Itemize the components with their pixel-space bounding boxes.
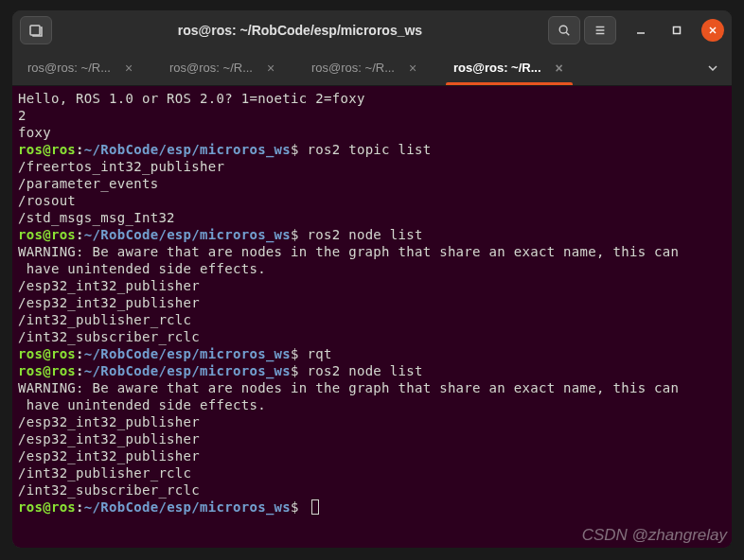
terminal-content[interactable]: Hello, ROS 1.0 or ROS 2.0? 1=noetic 2=fo…: [12, 86, 732, 548]
terminal-line: /esp32_int32_publisher: [18, 413, 726, 430]
prompt-colon: :: [76, 363, 84, 378]
prompt-symbol: $: [291, 142, 299, 157]
terminal-line: /freertos_int32_publisher: [18, 158, 726, 175]
prompt-symbol: $: [291, 346, 299, 361]
terminal-line: /parameter_events: [18, 175, 726, 192]
terminal-line: 2: [18, 107, 726, 124]
terminal-line: /rosout: [18, 192, 726, 209]
tab-dropdown-button[interactable]: [694, 50, 732, 85]
prompt-path: ~/RobCode/esp/microros_ws: [84, 499, 291, 515]
prompt-symbol: $: [291, 363, 299, 378]
command-text: ros2 node list: [299, 227, 423, 242]
terminal-line: /int32_subscriber_rclc: [18, 328, 726, 345]
terminal-line: WARNING: Be aware that are nodes in the …: [18, 243, 726, 260]
output-text: have unintended side effects.: [18, 397, 266, 412]
terminal-line: have unintended side effects.: [18, 260, 726, 277]
prompt-path: ~/RobCode/esp/microros_ws: [84, 346, 291, 361]
command-text: rqt: [299, 346, 332, 361]
terminal-line: ros@ros:~/RobCode/esp/microros_ws$ ros2 …: [18, 141, 726, 158]
terminal-line: ros@ros:~/RobCode/esp/microros_ws$: [18, 499, 726, 516]
prompt-path: ~/RobCode/esp/microros_ws: [84, 363, 291, 378]
output-text: Hello, ROS 1.0 or ROS 2.0? 1=noetic 2=fo…: [18, 91, 365, 106]
tab-bar: ros@ros: ~/R...×ros@ros: ~/R...×ros@ros:…: [12, 50, 732, 86]
terminal-line: ros@ros:~/RobCode/esp/microros_ws$ ros2 …: [18, 226, 726, 243]
terminal-line: WARNING: Be aware that are nodes in the …: [18, 379, 726, 396]
terminal-line: /esp32_int32_publisher: [18, 430, 726, 447]
prompt-symbol: $: [291, 227, 299, 242]
output-text: WARNING: Be aware that are nodes in the …: [18, 244, 679, 259]
titlebar: ros@ros: ~/RobCode/esp/microros_ws: [12, 10, 732, 50]
maximize-button[interactable]: [665, 19, 688, 42]
tab-2[interactable]: ros@ros: ~/R...×: [296, 50, 438, 85]
terminal-line: foxy: [18, 124, 726, 141]
prompt-user: ros@ros: [18, 142, 76, 157]
output-text: /int32_publisher_rclc: [18, 312, 191, 327]
terminal-line: ros@ros:~/RobCode/esp/microros_ws$ rqt: [18, 345, 726, 362]
close-button[interactable]: [701, 19, 724, 42]
output-text: /int32_subscriber_rclc: [18, 329, 200, 344]
tab-close-icon[interactable]: ×: [404, 60, 421, 77]
output-text: /esp32_int32_publisher: [18, 278, 200, 293]
tab-0[interactable]: ros@ros: ~/R...×: [12, 50, 154, 85]
output-text: 2: [18, 108, 27, 123]
command-text: [299, 499, 308, 515]
prompt-user: ros@ros: [18, 346, 76, 361]
window-title: ros@ros: ~/RobCode/esp/microros_ws: [56, 23, 544, 38]
output-text: WARNING: Be aware that are nodes in the …: [18, 380, 679, 395]
terminal-line: /int32_subscriber_rclc: [18, 481, 726, 499]
terminal-line: /esp32_int32_publisher: [18, 447, 726, 464]
prompt-user: ros@ros: [18, 499, 76, 515]
terminal-line: ros@ros:~/RobCode/esp/microros_ws$ ros2 …: [18, 362, 726, 379]
hamburger-menu-button[interactable]: [584, 16, 616, 44]
svg-point-1: [559, 26, 567, 33]
output-text: /esp32_int32_publisher: [18, 431, 200, 446]
prompt-colon: :: [76, 227, 84, 242]
prompt-symbol: $: [291, 499, 299, 515]
output-text: /esp32_int32_publisher: [18, 295, 200, 310]
scrollbar[interactable]: [722, 86, 732, 548]
output-text: /parameter_events: [18, 176, 158, 191]
terminal-window: ros@ros: ~/RobCode/esp/microros_ws: [11, 9, 733, 549]
prompt-user: ros@ros: [18, 363, 76, 378]
tab-1[interactable]: ros@ros: ~/R...×: [154, 50, 296, 85]
command-text: ros2 node list: [299, 363, 423, 378]
window-controls: [629, 19, 724, 42]
tab-close-icon[interactable]: ×: [262, 60, 279, 77]
output-text: /esp32_int32_publisher: [18, 448, 200, 464]
minimize-button[interactable]: [629, 19, 652, 42]
command-text: ros2 topic list: [299, 142, 432, 157]
search-button[interactable]: [548, 16, 580, 44]
prompt-colon: :: [76, 499, 84, 515]
tab-label: ros@ros: ~/R...: [453, 61, 541, 75]
prompt-user: ros@ros: [18, 227, 76, 242]
output-text: /std_msgs_msg_Int32: [18, 210, 175, 225]
output-text: /esp32_int32_publisher: [18, 414, 200, 429]
terminal-line: /std_msgs_msg_Int32: [18, 209, 726, 226]
tab-3[interactable]: ros@ros: ~/R...×: [438, 50, 580, 85]
tab-label: ros@ros: ~/R...: [311, 61, 395, 75]
prompt-path: ~/RobCode/esp/microros_ws: [84, 142, 291, 157]
new-tab-button[interactable]: [20, 16, 52, 44]
tab-label: ros@ros: ~/R...: [169, 61, 253, 75]
output-text: foxy: [18, 125, 51, 140]
prompt-colon: :: [76, 142, 84, 157]
terminal-line: /int32_publisher_rclc: [18, 464, 726, 481]
output-text: /int32_subscriber_rclc: [18, 482, 200, 498]
svg-line-2: [566, 32, 569, 35]
terminal-line: Hello, ROS 1.0 or ROS 2.0? 1=noetic 2=fo…: [18, 90, 726, 107]
terminal-line: /esp32_int32_publisher: [18, 277, 726, 294]
output-text: /int32_publisher_rclc: [18, 465, 191, 481]
tab-close-icon[interactable]: ×: [120, 60, 137, 77]
tab-label: ros@ros: ~/R...: [27, 61, 111, 75]
svg-rect-7: [674, 27, 681, 34]
terminal-line: /int32_publisher_rclc: [18, 311, 726, 328]
prompt-path: ~/RobCode/esp/microros_ws: [84, 227, 291, 242]
terminal-line: have unintended side effects.: [18, 396, 726, 413]
svg-rect-0: [30, 26, 40, 35]
cursor: [311, 499, 319, 515]
tab-close-icon[interactable]: ×: [551, 60, 568, 77]
prompt-colon: :: [76, 346, 84, 361]
output-text: have unintended side effects.: [18, 261, 266, 276]
terminal-line: /esp32_int32_publisher: [18, 294, 726, 311]
output-text: /rosout: [18, 193, 76, 208]
